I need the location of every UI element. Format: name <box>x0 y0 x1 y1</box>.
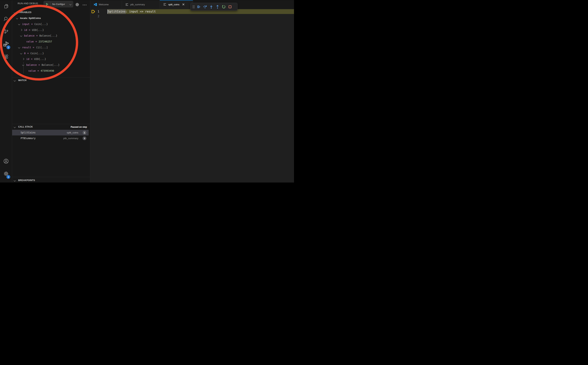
drag-handle-icon[interactable] <box>192 4 195 10</box>
restart-icon <box>222 5 226 9</box>
account-button[interactable] <box>0 156 12 167</box>
variable-row-value[interactable]: value = 237246257 <box>12 39 90 44</box>
call-stack-frame[interactable]: PTBSummary ptb_summary 3 <box>12 135 89 141</box>
search-icon <box>3 16 9 22</box>
step-over-button[interactable] <box>202 4 208 10</box>
restart-button[interactable] <box>221 4 227 10</box>
chevron-down-icon[interactable] <box>18 23 20 25</box>
debug-badge: 1 <box>7 45 10 49</box>
breakpoints-section-header[interactable]: BREAKPOINTS <box>18 179 35 182</box>
close-icon[interactable] <box>182 3 185 6</box>
sidebar-item-explorer[interactable] <box>0 1 12 12</box>
stop-icon <box>228 5 232 9</box>
start-debug-play-icon[interactable] <box>44 2 50 6</box>
code-line[interactable]: SplitCoins: input => result <box>108 9 156 14</box>
chevron-right-icon[interactable] <box>22 58 24 60</box>
chevron-down-icon[interactable] <box>69 3 71 5</box>
extensions-icon <box>3 54 9 59</box>
stop-button[interactable] <box>227 4 233 10</box>
variable-row-input[interactable]: input = Coin{...} <box>12 21 90 27</box>
chevron-down-icon[interactable] <box>22 64 24 66</box>
editor-group: Welcome ptb_summary split_coins 1 2 Spli… <box>90 0 294 182</box>
variable-row-result[interactable]: result = (1)[...] <box>12 44 90 50</box>
chevron-down-icon[interactable] <box>14 11 16 14</box>
vscode-logo-icon <box>94 3 97 6</box>
sidebar-item-source-control[interactable] <box>0 26 12 37</box>
source-control-icon <box>3 29 9 34</box>
sidebar-item-search[interactable] <box>0 14 12 24</box>
chevron-down-icon[interactable] <box>20 52 22 54</box>
step-out-icon <box>215 5 220 9</box>
step-into-button[interactable] <box>208 4 214 10</box>
debug-toolbar <box>190 3 238 11</box>
sidebar-title: RUN AND DEBUG <box>18 2 38 5</box>
tab-welcome[interactable]: Welcome <box>90 0 122 9</box>
step-into-icon <box>209 5 213 9</box>
variable-row-id[interactable]: id = UID{...} <box>12 27 90 33</box>
variable-row-value-2[interactable]: value = 473993490 <box>12 68 90 74</box>
vscode-window: 1 <box>0 0 294 182</box>
variable-row-locals[interactable]: locals: SplitCoins <box>12 15 90 21</box>
launch-configuration-button[interactable]: No Configur <box>43 1 73 7</box>
list-icon <box>126 3 128 6</box>
chevron-right-icon[interactable] <box>20 29 22 31</box>
settings-button[interactable]: 1 <box>0 168 12 179</box>
continue-button[interactable] <box>196 4 202 10</box>
frame-line-badge: 1 <box>83 131 86 134</box>
variable-row-balance[interactable]: balance = Balance{...} <box>12 33 90 39</box>
frame-line-badge: 3 <box>83 136 86 140</box>
debug-settings-gear-icon[interactable] <box>75 2 79 7</box>
chevron-down-icon[interactable] <box>20 35 22 37</box>
more-actions-icon[interactable] <box>82 3 87 7</box>
step-out-button[interactable] <box>214 4 221 10</box>
chevron-down-icon[interactable] <box>14 79 16 81</box>
settings-badge: 1 <box>7 175 10 179</box>
step-over-icon <box>203 5 207 9</box>
chevron-down-icon[interactable] <box>14 126 16 128</box>
account-icon <box>3 158 9 164</box>
line-number: 2 <box>90 14 99 19</box>
text-cursor <box>107 10 108 14</box>
chevron-down-icon[interactable] <box>18 46 20 48</box>
configuration-dropdown-label[interactable]: No Configur <box>50 3 70 6</box>
section-divider[interactable] <box>12 177 90 177</box>
debug-sidebar: RUN AND DEBUG No Configur VARI <box>12 0 90 182</box>
call-stack-status: Paused on step <box>71 126 87 128</box>
variable-row-id-2[interactable]: id = UID{...} <box>12 56 90 62</box>
watch-section-header[interactable]: WATCH <box>18 79 27 82</box>
section-divider[interactable] <box>12 124 90 124</box>
continue-icon <box>197 5 201 9</box>
tab-split-coins[interactable]: split_coins <box>160 0 193 9</box>
chevron-down-icon[interactable] <box>14 179 16 181</box>
sidebar-item-run-and-debug[interactable]: 1 <box>0 39 12 50</box>
call-stack-section-header[interactable]: CALL STACK <box>18 126 33 128</box>
chevron-down-icon[interactable] <box>16 17 18 19</box>
activity-bar: 1 <box>0 0 12 182</box>
variables-section-header[interactable]: VARIABLES <box>18 11 31 14</box>
files-icon <box>3 3 9 9</box>
call-stack-frame[interactable]: SplitCoins split_coins 1 <box>12 130 89 135</box>
list-icon <box>163 3 166 6</box>
variable-row-0[interactable]: 0 = Coin{...} <box>12 50 90 56</box>
tab-ptb-summary[interactable]: ptb_summary <box>122 0 160 9</box>
sidebar-item-extensions[interactable] <box>0 51 12 62</box>
debug-current-line-marker-icon[interactable] <box>91 10 95 14</box>
variable-row-balance-2[interactable]: balance = Balance{...} <box>12 62 90 68</box>
